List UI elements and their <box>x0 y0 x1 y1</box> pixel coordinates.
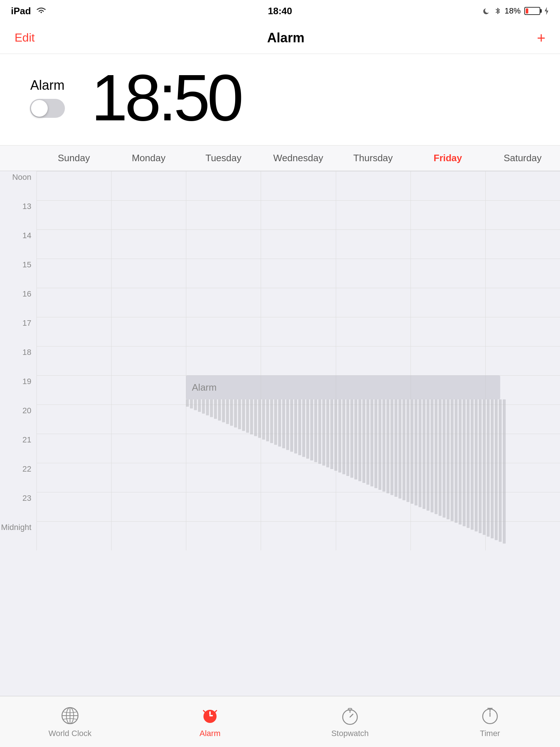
day-monday: Monday <box>111 152 186 164</box>
svg-marker-0 <box>545 7 548 15</box>
cell-17-tue <box>186 317 261 346</box>
edit-button[interactable]: Edit <box>15 31 35 44</box>
cell-17-sat <box>485 317 560 346</box>
cell-15-thu <box>336 259 411 288</box>
status-right: 18% <box>483 6 549 16</box>
cell-noon-sun <box>36 171 111 200</box>
cell-20-fri <box>411 405 485 434</box>
cell-20-sat <box>485 405 560 434</box>
cell-17-thu <box>336 317 411 346</box>
world-clock-icon <box>60 705 80 726</box>
svg-line-93 <box>350 714 353 717</box>
cell-14-wed <box>261 229 335 259</box>
svg-rect-87 <box>209 711 211 715</box>
page-title: Alarm <box>267 30 304 46</box>
cell-18-wed <box>261 346 335 375</box>
time-noon: Noon <box>0 171 36 200</box>
cell-20-wed <box>261 405 335 434</box>
cell-23-sun <box>36 492 111 521</box>
cell-20-sun <box>36 405 111 434</box>
day-tuesday: Tuesday <box>186 152 261 164</box>
cell-18-mon <box>111 346 186 375</box>
time-21: 21 <box>0 434 36 463</box>
tab-world-clock-label: World Clock <box>48 729 92 738</box>
cell-17-wed <box>261 317 335 346</box>
toggle-knob <box>31 100 48 117</box>
cell-noon-sat <box>485 171 560 200</box>
day-wednesday: Wednesday <box>261 152 335 164</box>
cell-mid-fri <box>411 521 485 550</box>
cell-22-wed <box>261 463 335 492</box>
alarm-toggle[interactable] <box>30 99 65 118</box>
alarm-icon <box>200 705 220 726</box>
cell-22-fri <box>411 463 485 492</box>
cell-15-wed <box>261 259 335 288</box>
tab-timer-label: Timer <box>480 729 500 738</box>
cell-mid-wed <box>261 521 335 550</box>
add-alarm-button[interactable]: + <box>537 31 545 45</box>
day-thursday: Thursday <box>336 152 411 164</box>
cell-23-tue <box>186 492 261 521</box>
stopwatch-icon <box>340 705 360 726</box>
tab-stopwatch[interactable]: Stopwatch <box>280 705 420 738</box>
time-14: 14 <box>0 229 36 259</box>
cell-14-tue <box>186 229 261 259</box>
tab-timer[interactable]: Timer <box>420 705 560 738</box>
cell-18-thu <box>336 346 411 375</box>
cell-17-fri <box>411 317 485 346</box>
status-left: iPad <box>11 5 47 17</box>
cell-22-thu <box>336 463 411 492</box>
cell-noon-wed <box>261 171 335 200</box>
cell-mid-tue <box>186 521 261 550</box>
cell-14-sun <box>36 229 111 259</box>
cell-16-thu <box>336 288 411 317</box>
cell-16-mon <box>111 288 186 317</box>
time-17: 17 <box>0 317 36 346</box>
cell-19-sun <box>36 375 111 405</box>
nav-bar: Edit Alarm + <box>0 22 560 54</box>
cell-16-tue <box>186 288 261 317</box>
cell-21-sat <box>485 434 560 463</box>
battery-percent: 18% <box>505 6 521 16</box>
tab-world-clock[interactable]: World Clock <box>0 705 140 738</box>
cell-mid-mon <box>111 521 186 550</box>
cell-20-mon <box>111 405 186 434</box>
cell-15-tue <box>186 259 261 288</box>
time-22: 22 <box>0 463 36 492</box>
day-friday: Friday <box>411 152 485 164</box>
cell-23-wed <box>261 492 335 521</box>
cell-14-fri <box>411 229 485 259</box>
day-saturday: Saturday <box>485 152 560 164</box>
cell-18-sun <box>36 346 111 375</box>
time-midnight: Midnight <box>0 521 36 550</box>
time-19: 19 <box>0 375 36 405</box>
alarm-card: Alarm 18:50 <box>0 54 560 146</box>
cell-mid-sat <box>485 521 560 550</box>
cell-mid-sun <box>36 521 111 550</box>
alarm-event: Alarm <box>186 375 500 399</box>
cell-22-sat <box>485 463 560 492</box>
svg-rect-88 <box>209 715 213 716</box>
device-label: iPad <box>11 5 31 17</box>
cell-20-tue <box>186 405 261 434</box>
cell-13-fri <box>411 200 485 229</box>
cell-23-fri <box>411 492 485 521</box>
tab-alarm-label: Alarm <box>199 729 220 738</box>
alarm-info: Alarm <box>18 78 77 118</box>
cell-13-thu <box>336 200 411 229</box>
days-header: Sunday Monday Tuesday Wednesday Thursday… <box>0 146 560 171</box>
wifi-icon <box>35 7 47 15</box>
cell-mid-thu <box>336 521 411 550</box>
cell-21-sun <box>36 434 111 463</box>
time-23: 23 <box>0 492 36 521</box>
cell-noon-thu <box>336 171 411 200</box>
cell-22-tue <box>186 463 261 492</box>
cell-13-tue <box>186 200 261 229</box>
cell-13-mon <box>111 200 186 229</box>
tab-alarm[interactable]: Alarm <box>140 705 280 738</box>
cell-16-sun <box>36 288 111 317</box>
cell-noon-fri <box>411 171 485 200</box>
cell-21-tue <box>186 434 261 463</box>
cell-14-mon <box>111 229 186 259</box>
cell-23-thu <box>336 492 411 521</box>
